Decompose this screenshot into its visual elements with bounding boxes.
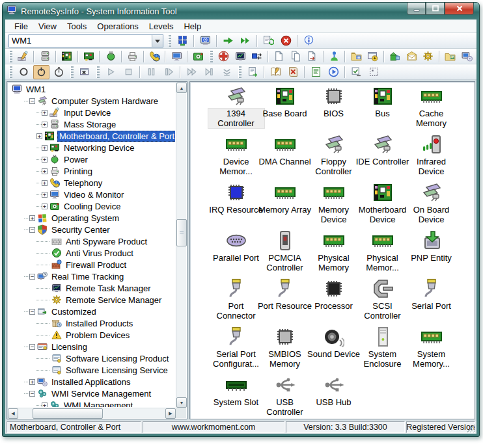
tree-item[interactable]: −Customized bbox=[8, 306, 175, 317]
grid-item[interactable]: System Slot bbox=[212, 375, 260, 419]
grid-item[interactable]: IDE Controller bbox=[358, 134, 407, 182]
tree-item[interactable]: −Security Center bbox=[8, 224, 175, 235]
motherboard-button[interactable] bbox=[59, 49, 75, 64]
scroll-up-icon[interactable]: ▲ bbox=[176, 83, 187, 93]
skip-to-end-button[interactable] bbox=[201, 65, 217, 79]
installed-products-button[interactable] bbox=[327, 49, 342, 64]
grid-item[interactable]: Bus bbox=[358, 86, 407, 134]
step-button[interactable] bbox=[161, 65, 177, 79]
collapse-button[interactable] bbox=[219, 65, 235, 79]
collapse-expander-icon[interactable]: − bbox=[29, 274, 35, 280]
media-folder-button[interactable] bbox=[443, 49, 458, 64]
collapse-expander-icon[interactable]: − bbox=[29, 98, 35, 104]
tree-item[interactable]: Anti Virus Product bbox=[8, 247, 175, 259]
toolbar-grip[interactable] bbox=[238, 66, 242, 78]
tree-item[interactable]: +WMI Management bbox=[8, 399, 175, 407]
tree-item[interactable]: −Real Time Tracking bbox=[8, 270, 175, 282]
collapse-expander-icon[interactable]: − bbox=[29, 309, 35, 315]
grid-item[interactable]: Physical Memor... bbox=[358, 230, 407, 278]
grid-item[interactable]: USB Hub bbox=[309, 375, 358, 419]
toolbar-grip[interactable] bbox=[9, 66, 12, 78]
grid-item[interactable]: Infrared Device bbox=[407, 134, 456, 182]
grid-item[interactable]: Base Board bbox=[260, 86, 309, 134]
mass-storage-button[interactable] bbox=[37, 49, 53, 64]
expand-expander-icon[interactable]: + bbox=[42, 204, 48, 209]
expand-expander-icon[interactable]: + bbox=[42, 180, 48, 186]
tree-item[interactable]: +Installed Applications bbox=[8, 376, 175, 388]
networking-device-button[interactable] bbox=[81, 49, 97, 64]
grid-item[interactable]: SMBIOS Memory bbox=[260, 326, 309, 375]
expand-expander-icon[interactable]: + bbox=[29, 215, 35, 221]
grid-item[interactable]: BIOS bbox=[309, 86, 358, 134]
new-document-button[interactable] bbox=[271, 49, 287, 64]
run-query-button[interactable] bbox=[220, 34, 236, 48]
title-bar[interactable]: RemoteSysInfo - System Information Tool bbox=[3, 3, 479, 20]
horizontal-scroll-thumb[interactable] bbox=[33, 408, 103, 419]
log-export-button[interactable] bbox=[245, 65, 261, 79]
toolbar-grip[interactable] bbox=[210, 51, 213, 62]
settings-gear-button[interactable] bbox=[421, 49, 436, 64]
grid-item[interactable]: PCMCIA Controller bbox=[260, 230, 309, 278]
network-computers-button[interactable] bbox=[174, 34, 191, 48]
remote-connect-button[interactable] bbox=[197, 34, 214, 48]
tree-item[interactable]: +Cooling Device bbox=[8, 200, 175, 212]
grid-item[interactable]: PNP Entity bbox=[407, 230, 456, 278]
tree-item[interactable]: Software Licensing Product bbox=[8, 352, 175, 364]
tree-item[interactable]: −Licensing bbox=[8, 341, 175, 352]
tree-item[interactable]: +Motherboard, Controller & Port bbox=[8, 130, 175, 142]
combo-dropdown-icon[interactable] bbox=[152, 35, 163, 47]
save-document-button[interactable] bbox=[305, 49, 320, 64]
tree-item[interactable]: Remote Task Manager bbox=[8, 282, 175, 294]
scroll-right-icon[interactable]: ▶ bbox=[165, 408, 176, 419]
tree-horizontal-scrollbar[interactable]: ◀ ▶ bbox=[8, 408, 176, 418]
tree-item[interactable]: +Video & Monitor bbox=[8, 189, 175, 200]
menu-help[interactable]: Help bbox=[178, 20, 206, 33]
grid-item[interactable]: Sound Device bbox=[309, 326, 358, 375]
input-device-button[interactable] bbox=[16, 49, 31, 64]
grid-item[interactable]: Processor bbox=[309, 278, 358, 326]
expand-expander-icon[interactable]: + bbox=[42, 157, 48, 163]
collapse-expander-icon[interactable]: − bbox=[29, 344, 35, 350]
menu-tools[interactable]: Tools bbox=[62, 20, 92, 33]
tree-item[interactable]: WM1 bbox=[8, 83, 175, 95]
grid-item[interactable]: Serial Port Configurat... bbox=[212, 326, 260, 375]
grid-item[interactable]: Memory Device bbox=[309, 182, 358, 230]
real-time-tracking-button[interactable] bbox=[232, 49, 248, 64]
run-report-button[interactable] bbox=[325, 65, 342, 79]
services-button[interactable] bbox=[249, 49, 265, 64]
grid-item[interactable]: USB Controller bbox=[260, 375, 309, 419]
grid-item[interactable]: Cache Memory bbox=[407, 86, 456, 134]
timer-button[interactable] bbox=[51, 65, 67, 79]
stop-playback-button[interactable] bbox=[120, 65, 137, 79]
toolbar-grip[interactable] bbox=[9, 51, 12, 62]
close-button[interactable] bbox=[445, 3, 474, 15]
tree-item[interactable]: +Mass Storage bbox=[8, 118, 175, 130]
grid-item[interactable]: IRQ Resource bbox=[212, 182, 260, 230]
selection-box-button[interactable] bbox=[366, 65, 382, 79]
toolbar-grip[interactable] bbox=[70, 66, 74, 78]
power-button[interactable] bbox=[103, 49, 118, 64]
run-all-queries-button[interactable] bbox=[238, 34, 254, 48]
expand-expander-icon[interactable]: + bbox=[42, 192, 48, 198]
grid-item[interactable]: System Enclosure bbox=[358, 326, 407, 375]
collapse-expander-icon[interactable]: − bbox=[29, 227, 35, 233]
pause-button[interactable] bbox=[143, 65, 159, 79]
tree-item[interactable]: +Power bbox=[8, 153, 175, 165]
expand-expander-icon[interactable]: + bbox=[42, 122, 48, 127]
security-center-button[interactable] bbox=[216, 49, 232, 64]
tree-item[interactable]: Installed Products bbox=[8, 317, 175, 329]
maximize-button[interactable] bbox=[426, 3, 445, 15]
collapse-expander-icon[interactable]: − bbox=[29, 391, 35, 397]
edit-book-button[interactable] bbox=[268, 65, 284, 79]
grid-item[interactable]: On Board Device bbox=[407, 182, 456, 230]
expand-expander-icon[interactable]: + bbox=[42, 168, 48, 174]
grid-item[interactable]: Serial Port bbox=[407, 278, 456, 326]
menu-levels[interactable]: Levels bbox=[144, 20, 179, 33]
report-button[interactable] bbox=[308, 65, 324, 79]
grid-item[interactable]: SCSI Controller bbox=[358, 278, 407, 326]
copy-document-button[interactable] bbox=[288, 49, 303, 64]
grid-item[interactable]: Port Resource bbox=[260, 278, 309, 326]
tree-item[interactable]: −Computer System Hardware bbox=[8, 95, 175, 107]
grid-item[interactable]: 1394 Controller bbox=[212, 86, 260, 134]
scroll-down-icon[interactable]: ▼ bbox=[176, 397, 187, 408]
